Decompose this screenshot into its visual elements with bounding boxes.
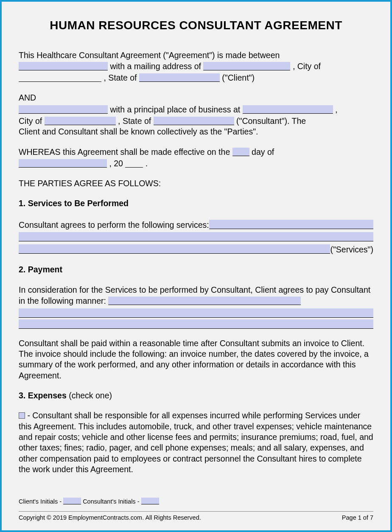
- client-city-field[interactable]: [19, 73, 101, 82]
- expenses-option-text: - Consultant shall be responsible for al…: [19, 411, 373, 474]
- payment-paragraph: Consultant shall be paid within a reason…: [19, 338, 373, 381]
- client-initials-field[interactable]: [63, 498, 81, 504]
- intro-text-3: , City of: [293, 62, 321, 71]
- consultant-initials-label: Consultant's Initials -: [83, 498, 141, 505]
- section-1-heading: 1. Services to Be Performed: [19, 198, 373, 209]
- section-2-heading: 2. Payment: [19, 264, 373, 275]
- document-body: This Healthcare Consultant Agreement ("A…: [19, 50, 373, 475]
- effective-month-field[interactable]: [19, 159, 107, 168]
- client-initials-label: Client's Initials -: [19, 498, 63, 505]
- whereas-paragraph: WHEREAS this Agreement shall be made eff…: [19, 146, 373, 169]
- consultant-address-field[interactable]: [243, 105, 333, 114]
- client-state-field[interactable]: [139, 73, 220, 82]
- whereas-text-b: day of: [252, 147, 274, 157]
- section-3-head-norm: (check one): [69, 391, 112, 400]
- whereas-text-a: WHEREAS this Agreement shall be made eff…: [19, 147, 232, 157]
- whereas-text-c: , 20: [109, 159, 123, 168]
- document-title: HUMAN RESOURCES CONSULTANT AGREEMENT: [19, 19, 373, 32]
- consultant-text-2b: , State of: [118, 116, 153, 126]
- client-address-field[interactable]: [203, 62, 290, 70]
- payment-field-2[interactable]: [19, 308, 373, 318]
- client-name-field[interactable]: [19, 62, 108, 70]
- intro-text-2: with a mailing address of: [110, 62, 203, 71]
- page-number: Page 1 of 7: [342, 514, 373, 521]
- payment-field-3[interactable]: [19, 319, 373, 329]
- consultant-state-field[interactable]: [154, 117, 234, 125]
- consultant-initials-field[interactable]: [141, 498, 159, 504]
- consultant-text-3: Client and Consultant shall be known col…: [19, 127, 258, 136]
- agree-text: THE PARTIES AGREE AS FOLLOWS:: [19, 178, 373, 189]
- whereas-text-d: .: [146, 159, 148, 168]
- page-footer: Copyright © 2019 EmploymentContracts.com…: [19, 511, 373, 521]
- intro-text-1: This Healthcare Consultant Agreement ("A…: [19, 50, 280, 60]
- services-field-1[interactable]: [209, 220, 373, 229]
- copyright-text: Copyright © 2019 EmploymentContracts.com…: [19, 514, 201, 521]
- intro-text-4: , State of: [104, 73, 139, 82]
- consultant-text-1b: ,: [335, 105, 337, 114]
- and-label: AND: [19, 92, 373, 103]
- intro-paragraph: This Healthcare Consultant Agreement ("A…: [19, 50, 373, 83]
- initials-row: Client's Initials - Consultant's Initial…: [19, 497, 159, 505]
- section-2-body: In consideration for the Services to be …: [19, 285, 373, 329]
- effective-day-field[interactable]: [232, 148, 249, 156]
- consultant-paragraph: with a principal place of business at , …: [19, 104, 373, 137]
- services-tail: ("Services"): [330, 244, 373, 255]
- section-3-body: - Consultant shall be responsible for al…: [19, 410, 373, 475]
- services-field-3[interactable]: [19, 244, 330, 254]
- section-3-heading: 3. Expenses (check one): [19, 390, 373, 401]
- consultant-text-1: with a principal place of business at: [110, 105, 242, 114]
- section-3-head-bold: 3. Expenses: [19, 391, 69, 400]
- consultant-name-field[interactable]: [19, 105, 108, 114]
- consultant-city-field[interactable]: [45, 117, 116, 125]
- services-text: Consultant agrees to perform the followi…: [19, 220, 209, 230]
- services-field-2[interactable]: [19, 232, 373, 241]
- document-page: HUMAN RESOURCES CONSULTANT AGREEMENT Thi…: [0, 0, 392, 532]
- expenses-checkbox[interactable]: [19, 412, 25, 419]
- consultant-text-2a: City of: [19, 116, 45, 126]
- payment-field-1[interactable]: [108, 297, 301, 305]
- intro-text-5: ("Client"): [222, 73, 255, 82]
- consultant-text-2c: ("Consultant"). The: [236, 116, 306, 126]
- section-1-body: Consultant agrees to perform the followi…: [19, 218, 373, 255]
- effective-year-field[interactable]: [125, 159, 143, 168]
